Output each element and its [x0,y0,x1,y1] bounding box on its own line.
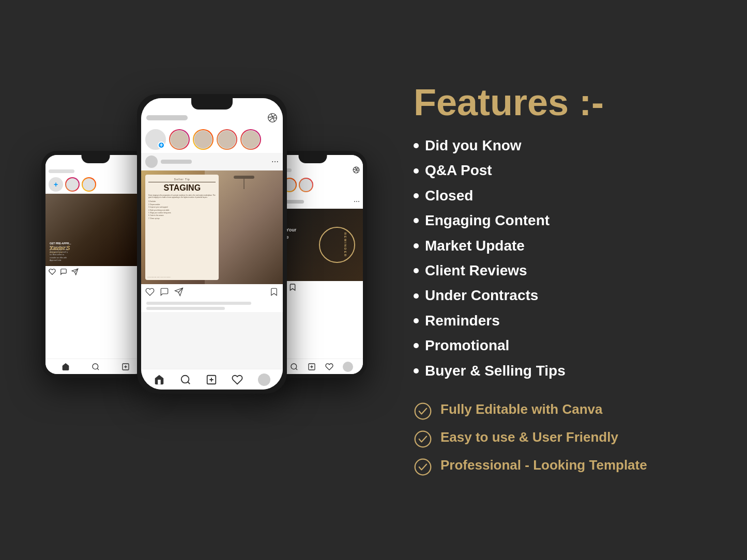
feature-label: Reminders [425,312,500,330]
feature-item-under-contracts: Under Contracts [414,286,706,305]
svg-point-2 [93,364,98,369]
feature-item-client-reviews: Client Reviews [414,261,706,280]
feature-item-did-you-know: Did you Know [414,136,706,155]
bullet-icon [414,243,419,248]
checkmark-professional: Professional - Looking Template [414,457,706,476]
story-2[interactable] [193,129,214,150]
feature-label: Under Contracts [425,286,538,305]
features-list: Did you Know Q&A Post Closed Engaging Co… [414,136,706,380]
phone-left-name: Xavier S [50,245,70,251]
feature-label: Client Reviews [425,261,527,280]
story-4[interactable] [240,129,261,150]
bullet-icon [414,293,419,299]
seller-tip-label: Seller Tip [148,178,216,182]
heart-nav-icon[interactable] [232,374,243,385]
feature-label: Closed [425,186,473,205]
feature-label: Buyer & Selling Tips [425,362,566,380]
bullet-icon [414,218,419,223]
svg-line-17 [188,382,190,384]
bullet-icon [414,343,419,348]
post-image-staging: Seller Tip STAGING Home staging is the p… [141,170,283,284]
staging-description: Home staging is the preparation of a pri… [148,194,216,198]
bookmark-icon[interactable] [269,287,279,297]
feature-label: Promotional [425,336,509,355]
ig-post-actions [141,284,283,300]
staging-list: 1.Declutter 2. Depersonalize 3. Improve … [148,200,216,220]
checkmark-editable: Fully Editable with Canva [414,401,706,421]
ig-post-header: ⋯ [141,153,283,170]
phone-center: + ⋯ [137,94,287,394]
bullet-icon [414,268,419,273]
feature-label: Market Update [425,237,525,255]
phone-left-cta: GET PRE-APPR... [50,242,142,245]
svg-line-9 [296,368,297,370]
bullet-icon [414,368,419,374]
ig-logo-bar [146,115,188,120]
comment-icon[interactable] [160,287,169,297]
phone-center-screen: + ⋯ [141,98,283,390]
post-name-bar [161,160,192,164]
checkmark-easy-use: Easy to use & User Friendly [414,429,706,448]
svg-point-22 [415,431,431,447]
feature-item-qa-post: Q&A Post [414,161,706,180]
notch-center [191,98,233,110]
bullet-icon [414,143,419,148]
share-icon[interactable] [174,287,184,297]
staging-author: JULIE GELLER (REAL ESTATE AGENT) [147,276,217,278]
feature-item-buyer-selling-tips: Buyer & Selling Tips [414,362,706,380]
staging-title: STAGING [148,183,216,193]
phone-left: + GET PRE-APPR... Before you start house… [41,151,150,378]
feature-label: Did you Know [425,136,522,155]
create-nav-icon[interactable] [206,374,217,385]
bullet-icon [414,318,419,323]
post-more-options[interactable]: ⋯ [271,158,279,166]
feature-item-closed: Closed [414,186,706,205]
checkmark-easy-label: Easy to use & User Friendly [440,429,618,446]
feature-label: Engaging Content [425,211,550,230]
svg-point-23 [415,459,431,475]
check-editable-icon [414,402,432,421]
phone-left-post-image: GET PRE-APPR... Before you start housege… [45,194,146,266]
phone-left-role: REALTOR [50,251,70,254]
checkmark-editable-label: Fully Editable with Canva [440,401,603,418]
phone-left-screen: + GET PRE-APPR... Before you start house… [45,155,146,374]
feature-item-market-update: Market Update [414,237,706,255]
checkmark-professional-label: Professional - Looking Template [440,457,647,474]
ig-bottom-nav [141,369,283,390]
feature-item-engaging-content: Engaging Content [414,211,706,230]
story-3[interactable] [217,129,237,150]
feature-item-reminders: Reminders [414,312,706,330]
bullet-icon [414,193,419,198]
home-nav-icon[interactable] [154,374,165,385]
profile-nav-avatar[interactable] [258,374,270,386]
story-1[interactable] [169,129,190,150]
phones-container: + GET PRE-APPR... Before you start house… [41,48,383,512]
svg-point-21 [415,403,431,419]
like-icon[interactable] [145,287,155,297]
checkmarks-section: Fully Editable with Canva Easy to use & … [414,401,706,476]
svg-point-8 [291,364,297,369]
phone-right-reminder: REMINDER [344,232,347,257]
search-nav-icon[interactable] [180,374,191,385]
feature-item-promotional: Promotional [414,336,706,355]
check-professional-icon [414,458,432,476]
feature-label: Q&A Post [425,161,492,180]
notch-right [299,155,327,163]
post-avatar [145,155,158,168]
notch-left [82,155,110,163]
features-title: Features :- [414,84,706,121]
check-easy-icon [414,430,432,448]
features-section: Features :- Did you Know Q&A Post Closed… [383,53,747,507]
story-add[interactable]: + [145,129,166,150]
ig-stories: + [141,126,283,153]
bullet-icon [414,168,419,174]
svg-line-3 [97,368,99,370]
svg-point-16 [181,375,189,383]
